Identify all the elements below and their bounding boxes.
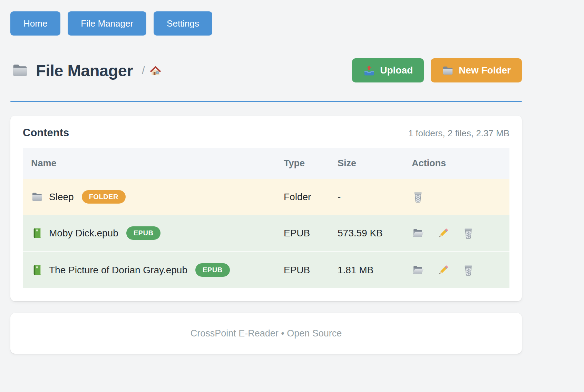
folder-icon [442, 65, 454, 77]
page-header: File Manager / Upload New Folder [10, 58, 522, 82]
move-button[interactable] [412, 264, 424, 276]
table-row: Sleep FOLDER Folder - [23, 179, 509, 215]
column-header-size: Size [329, 148, 403, 179]
house-icon [149, 64, 162, 77]
nav-home-button[interactable]: Home [10, 11, 60, 36]
book-icon [31, 227, 43, 239]
type-cell: Folder [275, 179, 329, 215]
footer-text: CrossPoint E-Reader • Open Source [191, 328, 342, 339]
folder-icon [10, 62, 30, 79]
file-name-link[interactable]: Moby Dick.epub [49, 228, 118, 239]
size-cell: - [329, 179, 403, 215]
type-cell: EPUB [275, 252, 329, 288]
delete-button[interactable] [462, 264, 475, 276]
top-nav: Home File Manager Settings [10, 11, 522, 36]
upload-tray-icon [363, 65, 375, 77]
column-header-actions: Actions [403, 148, 509, 179]
nav-file-manager-button[interactable]: File Manager [68, 11, 146, 36]
folder-name-link[interactable]: Sleep [49, 192, 74, 203]
nav-settings-button[interactable]: Settings [154, 11, 212, 36]
size-cell: 1.81 MB [329, 252, 403, 288]
trash-icon [412, 191, 424, 203]
open-folder-icon [412, 264, 424, 276]
table-row: The Picture of Dorian Gray.epub EPUB EPU… [23, 252, 509, 288]
size-cell: 573.59 KB [329, 215, 403, 252]
trash-icon [462, 264, 475, 276]
new-folder-button-label: New Folder [459, 65, 511, 76]
type-cell: EPUB [275, 215, 329, 252]
title-wrap: File Manager / [10, 61, 162, 80]
contents-summary: 1 folders, 2 files, 2.37 MB [408, 128, 509, 139]
folder-icon [31, 191, 43, 203]
rename-button[interactable] [437, 227, 449, 239]
pencil-icon [437, 264, 449, 276]
table-row: Moby Dick.epub EPUB EPUB 573.59 KB [23, 215, 509, 252]
page: Home File Manager Settings File Manager … [10, 0, 522, 354]
contents-card-head: Contents 1 folders, 2 files, 2.37 MB [23, 127, 509, 139]
new-folder-button[interactable]: New Folder [431, 58, 522, 82]
column-header-type: Type [275, 148, 329, 179]
file-name-link[interactable]: The Picture of Dorian Gray.epub [49, 265, 187, 276]
footer-card: CrossPoint E-Reader • Open Source [10, 313, 522, 354]
book-icon [31, 264, 43, 276]
breadcrumb-separator: / [142, 64, 145, 77]
table-header-row: Name Type Size Actions [23, 148, 509, 179]
file-table: Name Type Size Actions Sleep FOLDER [23, 148, 509, 288]
trash-icon [462, 227, 475, 239]
pencil-icon [437, 227, 449, 239]
delete-button[interactable] [462, 227, 475, 239]
page-title: File Manager [36, 61, 133, 80]
contents-card: Contents 1 folders, 2 files, 2.37 MB Nam… [10, 116, 522, 301]
epub-badge: EPUB [195, 263, 230, 277]
upload-button[interactable]: Upload [352, 58, 424, 82]
contents-heading: Contents [23, 127, 69, 139]
header-actions: Upload New Folder [352, 58, 522, 82]
move-button[interactable] [412, 227, 424, 239]
divider [10, 101, 522, 102]
delete-button[interactable] [412, 191, 424, 203]
rename-button[interactable] [437, 264, 449, 276]
upload-button-label: Upload [380, 65, 413, 76]
open-folder-icon [412, 227, 424, 239]
epub-badge: EPUB [126, 226, 161, 240]
folder-badge: FOLDER [82, 190, 126, 204]
column-header-name: Name [23, 148, 275, 179]
breadcrumb-home-link[interactable] [149, 64, 162, 77]
